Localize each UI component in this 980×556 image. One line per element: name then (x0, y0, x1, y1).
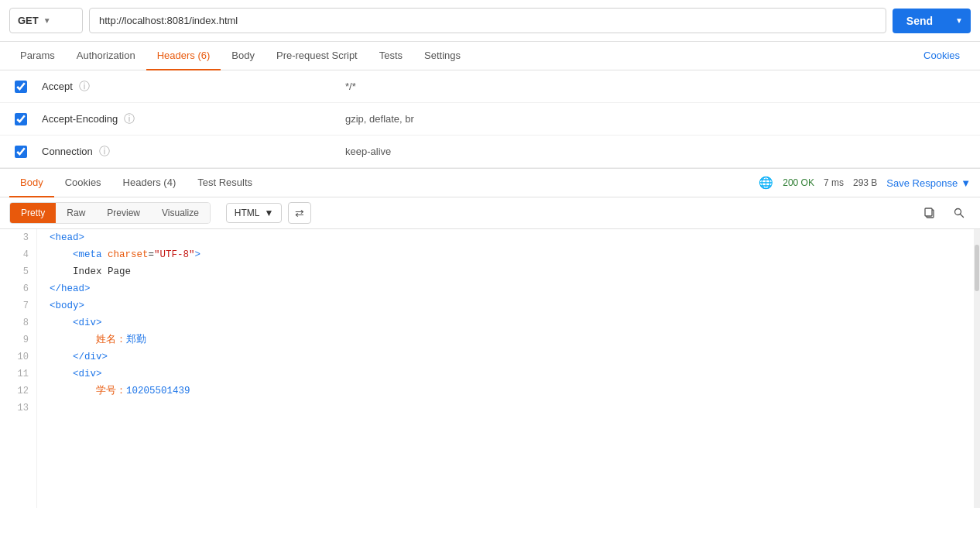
line-num-8: 8 (0, 314, 29, 331)
accept-checkbox[interactable] (15, 81, 27, 93)
format-bar: Pretty Raw Preview Visualize HTML ▼ ⇄ (0, 197, 980, 229)
send-label: Send (893, 15, 947, 27)
copy-icon (923, 207, 936, 219)
search-button[interactable] (947, 202, 971, 224)
save-response-label: Save Response (886, 177, 958, 189)
send-button[interactable]: Send ▼ (893, 9, 971, 33)
connection-value: keep-alive (336, 146, 980, 157)
response-tab-cookies[interactable]: Cookies (54, 169, 112, 197)
url-bar: GET ▼ Send ▼ (0, 0, 980, 42)
response-tabs: Body Cookies Headers (4) Test Results 🌐 … (0, 169, 980, 197)
scrollbar[interactable] (974, 229, 980, 508)
code-line-6: </head> (50, 280, 974, 297)
connection-key: Connection ⓘ (42, 145, 336, 159)
line-num-13: 13 (0, 400, 29, 417)
code-line-9: <div> (50, 314, 974, 331)
response-time: 7 ms (824, 177, 844, 188)
accept-key-label: Accept (42, 81, 73, 92)
format-select[interactable]: HTML ▼ (226, 203, 283, 223)
line-num-6: 6 (0, 280, 29, 297)
response-section: Body Cookies Headers (4) Test Results 🌐 … (0, 169, 980, 508)
tab-settings[interactable]: Settings (413, 42, 471, 70)
tab-params[interactable]: Params (9, 42, 66, 70)
send-chevron-icon[interactable]: ▼ (947, 16, 971, 25)
line-num-11: 11 (0, 366, 29, 383)
method-select[interactable]: GET ▼ (9, 8, 83, 33)
svg-line-3 (961, 215, 964, 218)
line-num-9: 9 (0, 331, 29, 348)
url-input[interactable] (89, 8, 886, 33)
accept-info-icon[interactable]: ⓘ (79, 80, 90, 94)
header-row-accept-encoding: Accept-Encoding ⓘ gzip, deflate, br (0, 103, 980, 136)
method-label: GET (18, 15, 39, 26)
wrap-button[interactable]: ⇄ (288, 202, 311, 224)
format-chevron-icon: ▼ (265, 208, 274, 218)
tab-prerequest[interactable]: Pre-request Script (266, 42, 368, 70)
tab-cookies[interactable]: Cookies (913, 42, 971, 70)
view-tab-preview[interactable]: Preview (96, 203, 151, 223)
top-tabs: Params Authorization Headers (6) Body Pr… (0, 42, 980, 70)
code-line-13: 学号：10205501439 (50, 383, 974, 400)
globe-icon: 🌐 (759, 176, 773, 190)
accept-encoding-checkbox-cell (0, 113, 42, 125)
connection-checkbox-cell (0, 146, 42, 158)
tab-body[interactable]: Body (221, 42, 266, 70)
connection-key-label: Connection (42, 146, 93, 157)
line-num-10: 10 (0, 348, 29, 366)
view-tab-raw[interactable]: Raw (56, 203, 96, 223)
line-num-12: 12 (0, 383, 29, 400)
header-row-connection: Connection ⓘ keep-alive (0, 136, 980, 168)
line-num-4: 4 (0, 246, 29, 263)
response-tab-body[interactable]: Body (9, 169, 54, 197)
connection-info-icon[interactable]: ⓘ (99, 145, 110, 159)
accept-encoding-key: Accept-Encoding ⓘ (42, 112, 336, 126)
scrollbar-thumb (975, 245, 979, 291)
format-label: HTML (235, 208, 260, 218)
view-tab-pretty[interactable]: Pretty (10, 203, 56, 223)
accept-encoding-checkbox[interactable] (15, 113, 27, 125)
chevron-down-icon: ▼ (43, 16, 51, 25)
accept-value: */* (336, 81, 980, 92)
response-size: 293 B (853, 177, 877, 188)
accept-key: Accept ⓘ (42, 80, 336, 94)
view-tab-visualize[interactable]: Visualize (151, 203, 210, 223)
code-line-8: <body> (50, 297, 974, 314)
line-numbers: 3 4 5 6 7 8 9 10 11 12 13 (0, 229, 37, 508)
tab-headers[interactable]: Headers (6) (146, 42, 221, 70)
code-line-10: 姓名：郑勤 (50, 331, 974, 348)
save-response-chevron-icon: ▼ (961, 177, 971, 189)
save-response-button[interactable]: Save Response ▼ (886, 177, 971, 189)
code-line-4: <meta charset="UTF-8"> (50, 246, 974, 263)
svg-rect-1 (925, 208, 932, 216)
status-badge: 200 OK (783, 177, 814, 188)
accept-encoding-key-label: Accept-Encoding (42, 113, 118, 125)
code-area: 3 4 5 6 7 8 9 10 11 12 13 <head> <meta c… (0, 229, 980, 508)
copy-button[interactable] (918, 202, 941, 224)
code-content: <head> <meta charset="UTF-8"> Index Page… (37, 229, 974, 508)
accept-encoding-info-icon[interactable]: ⓘ (124, 112, 135, 126)
response-meta: 🌐 200 OK 7 ms 293 B Save Response ▼ (759, 176, 971, 190)
tab-tests[interactable]: Tests (368, 42, 413, 70)
code-line-12: <div> (50, 366, 974, 383)
tab-authorization[interactable]: Authorization (66, 42, 146, 70)
connection-checkbox[interactable] (15, 146, 27, 158)
response-tab-testresults[interactable]: Test Results (187, 169, 263, 197)
line-num-3: 3 (0, 229, 29, 246)
accept-checkbox-cell (0, 81, 42, 93)
code-line-5: Index Page (50, 263, 974, 280)
accept-encoding-value: gzip, deflate, br (336, 113, 980, 125)
header-row-accept: Accept ⓘ */* (0, 70, 980, 103)
line-num-5: 5 (0, 263, 29, 280)
response-tab-headers[interactable]: Headers (4) (112, 169, 187, 197)
code-line-3: <head> (50, 229, 974, 246)
search-icon (953, 207, 965, 219)
code-line-11: </div> (50, 348, 974, 366)
line-num-7: 7 (0, 297, 29, 314)
view-tabs: Pretty Raw Preview Visualize (9, 202, 211, 224)
headers-area: Accept ⓘ */* Accept-Encoding ⓘ gzip, def… (0, 70, 980, 169)
